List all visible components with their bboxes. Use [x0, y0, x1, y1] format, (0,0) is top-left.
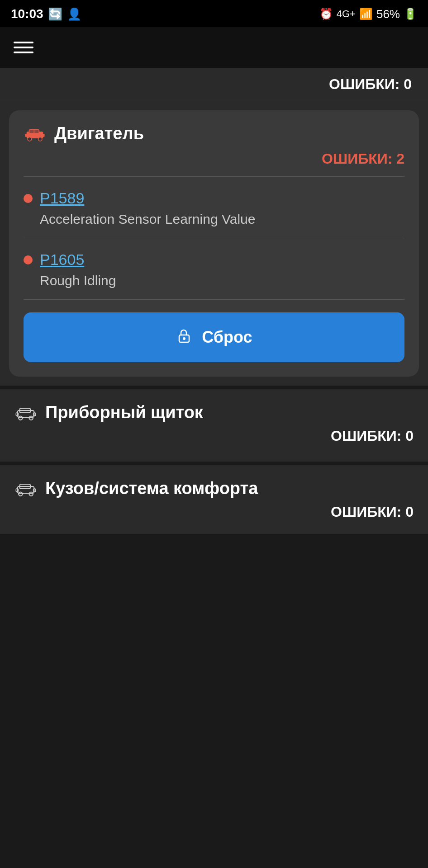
engine-errors-count: ОШИБКИ: 2	[24, 151, 404, 167]
engine-car-icon	[24, 126, 46, 142]
error-dot-p1605	[24, 255, 33, 264]
svg-point-3	[38, 137, 42, 141]
sync-icon: 🔄	[48, 7, 62, 21]
error-code-link-p1605[interactable]: P1605	[40, 251, 84, 269]
signal-bars-icon: 📶	[359, 8, 373, 20]
dashboard-card-inner: Приборный щиток ОШИБКИ: 0	[14, 403, 414, 444]
svg-rect-4	[25, 134, 27, 137]
svg-rect-7	[34, 130, 38, 133]
battery-display: 56%	[376, 7, 400, 21]
top-errors-count: ОШИБКИ: 0	[329, 76, 412, 92]
error-code-row-p1605: P1605	[24, 251, 404, 269]
error-dot-p1589	[24, 194, 33, 203]
dashboard-card: Приборный щиток ОШИБКИ: 0	[0, 386, 428, 458]
engine-card-header: Двигатель	[24, 124, 404, 143]
engine-card: Двигатель ОШИБКИ: 2 P1589 Acceleration S…	[9, 110, 419, 377]
top-errors-bar: ОШИБКИ: 0	[0, 68, 428, 101]
body-car-icon	[14, 481, 37, 497]
body-card-header: Кузов/система комфорта	[14, 479, 414, 498]
signal-icon: 4G+	[337, 8, 356, 20]
svg-rect-6	[29, 130, 33, 133]
status-bar: 10:03 🔄 👤 ⏰ 4G+ 📶 56% 🔋	[0, 0, 428, 27]
svg-point-2	[28, 137, 31, 141]
dashboard-card-header: Приборный щиток	[14, 403, 414, 422]
svg-rect-5	[43, 134, 45, 137]
svg-point-12	[19, 416, 22, 420]
dashboard-errors-count: ОШИБКИ: 0	[14, 428, 414, 444]
svg-point-19	[29, 492, 33, 495]
time-display: 10:03	[11, 7, 43, 21]
dashboard-car-icon	[14, 405, 37, 421]
body-card: Кузов/система комфорта ОШИБКИ: 0	[0, 462, 428, 534]
notification-icon: 👤	[67, 7, 81, 21]
error-code-link-p1589[interactable]: P1589	[40, 189, 84, 207]
dashboard-title: Приборный щиток	[45, 403, 203, 422]
hamburger-line-1	[14, 42, 33, 43]
body-title: Кузов/система комфорта	[45, 479, 258, 498]
nav-bar	[0, 27, 428, 68]
svg-point-13	[29, 416, 33, 420]
error-desc-p1589: Acceleration Sensor Learning Value	[24, 212, 404, 227]
body-errors-count: ОШИБКИ: 0	[14, 504, 414, 520]
engine-title: Двигатель	[54, 124, 144, 143]
status-left: 10:03 🔄 👤	[11, 7, 81, 21]
hamburger-menu-button[interactable]	[14, 42, 33, 53]
error-desc-p1605: Rough Idling	[24, 273, 404, 288]
main-content: ОШИБКИ: 0 Двигатель ОШИБКИ: 2	[0, 68, 428, 534]
body-card-inner: Кузов/система комфорта ОШИБКИ: 0	[14, 479, 414, 520]
reset-button-label: Сброс	[202, 328, 252, 347]
svg-point-18	[19, 492, 22, 495]
alarm-icon: ⏰	[319, 8, 333, 20]
hamburger-line-3	[14, 52, 33, 53]
battery-icon: 🔋	[404, 8, 417, 20]
svg-point-9	[183, 337, 185, 340]
hamburger-line-2	[14, 47, 33, 48]
reset-button[interactable]: Сброс	[24, 312, 404, 362]
error-item-p1589: P1589 Acceleration Sensor Learning Value	[24, 177, 404, 238]
error-code-row-p1589: P1589	[24, 189, 404, 207]
error-item-p1605: P1605 Rough Idling	[24, 238, 404, 300]
reset-lock-icon	[176, 327, 193, 348]
status-right: ⏰ 4G+ 📶 56% 🔋	[319, 7, 417, 21]
